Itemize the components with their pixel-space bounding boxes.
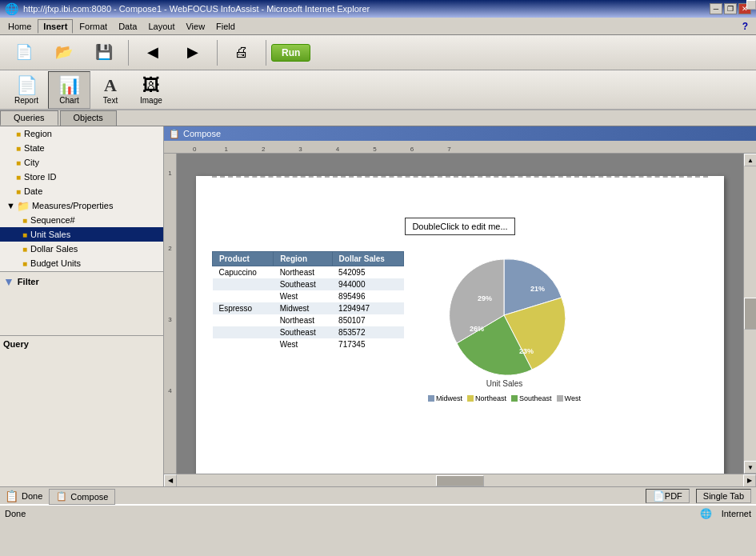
cell-sales-5: 853572 <box>332 326 403 338</box>
menu-format[interactable]: Format <box>74 20 112 33</box>
cell-region-4: Northeast <box>274 314 332 326</box>
forward-icon: ▶ <box>187 43 198 61</box>
tab-objects[interactable]: Objects <box>60 110 117 126</box>
pdf-icon: 📄 <box>653 490 665 502</box>
text-label: Text <box>103 96 118 105</box>
text-icon: A <box>104 75 117 96</box>
image-label: Image <box>140 96 162 105</box>
ruler-left: 1 2 3 4 <box>164 154 177 474</box>
menu-home[interactable]: Home <box>3 20 36 33</box>
field-label-sequence: Sequence# <box>30 215 75 225</box>
left-panel: ■ Region ■ State ■ City ■ Store ID ■ Dat… <box>0 126 164 486</box>
toolbar-save[interactable]: 💾 <box>85 40 123 65</box>
ie-zone-icon: 🌐 <box>700 508 712 519</box>
app-status-bar: 📋 Done 📋 Compose 📄 PDF Single Tab <box>0 486 756 504</box>
legend-label-northeast: Northeast <box>475 394 506 402</box>
minimize-button[interactable]: ─ <box>710 3 722 14</box>
menu-layout[interactable]: Layout <box>143 20 179 33</box>
menu-view[interactable]: View <box>181 20 210 33</box>
legend-label-midwest: Midwest <box>436 394 462 402</box>
tree-item-dollar-sales[interactable]: ■ Dollar Sales <box>0 242 163 256</box>
legend-color-west <box>557 395 563 402</box>
cell-region-3: Midwest <box>274 302 332 314</box>
status-text: Done <box>22 491 42 501</box>
insert-chart-btn[interactable]: 📊 Chart <box>48 71 90 109</box>
field-label-dollar-sales: Dollar Sales <box>30 244 78 254</box>
toolbar-run[interactable]: Run <box>271 44 310 62</box>
table-row: West 717345 <box>213 338 404 350</box>
compose-icon: 📋 <box>169 129 180 139</box>
canvas-scroll[interactable]: DoubleClick to edit me... Product Region… <box>177 154 743 474</box>
legend-northeast: Northeast <box>467 394 506 402</box>
single-tab-section[interactable]: Single Tab <box>696 489 751 503</box>
col-header-product: Product <box>213 252 274 266</box>
field-label-budget-units: Budget Units <box>30 258 81 268</box>
table-row: Southeast 944000 <box>213 278 404 290</box>
save-icon: 💾 <box>95 43 113 61</box>
text-edit-box[interactable]: DoubleClick to edit me... <box>405 218 514 235</box>
vertical-scrollbar[interactable]: ▲ ▼ <box>743 154 756 474</box>
menu-insert[interactable]: Insert <box>38 19 73 34</box>
print-icon: 🖨 <box>234 44 249 61</box>
tree-folder-measures[interactable]: ▼ 📁 Measures/Properties <box>0 198 163 213</box>
field-tree: ■ Region ■ State ■ City ■ Store ID ■ Dat… <box>0 126 163 271</box>
tab-queries[interactable]: Queries <box>0 110 58 126</box>
cell-region-6: West <box>274 338 332 350</box>
restore-button[interactable]: ❐ <box>724 3 737 14</box>
data-table: Product Region Dollar Sales Capuccino No… <box>212 251 404 350</box>
tree-item-region[interactable]: ■ Region <box>0 126 163 141</box>
field-icon-unit-sales: ■ <box>22 230 27 239</box>
tree-item-state[interactable]: ■ State <box>0 141 163 155</box>
toolbar-back[interactable]: ◀ <box>134 40 172 65</box>
insert-report-btn[interactable]: 📄 Report <box>5 72 48 108</box>
legend-label-west: West <box>565 394 581 402</box>
folder-icon-img: 📁 <box>17 200 30 212</box>
toolbar-sep1 <box>128 40 129 66</box>
tree-item-date[interactable]: ■ Date <box>0 184 163 198</box>
toolbar-forward[interactable]: ▶ <box>174 40 212 65</box>
tree-item-sequence[interactable]: ■ Sequence# <box>0 213 163 227</box>
field-icon-dollar-sales: ■ <box>22 245 27 254</box>
svg-text:21%: 21% <box>530 285 545 293</box>
measures-label: Measures/Properties <box>32 201 114 210</box>
table-row: Southeast 853572 <box>213 326 404 338</box>
filter-section: ▼ Filter <box>0 271 163 335</box>
cell-sales-3: 1294947 <box>332 302 403 314</box>
cell-sales-0: 542095 <box>332 266 403 279</box>
field-label-unit-sales: Unit Sales <box>30 230 70 239</box>
toolbar-print[interactable]: 🖨 <box>222 41 261 65</box>
compose-tab-label: Compose <box>70 492 108 502</box>
field-label-city: City <box>24 158 39 167</box>
tree-item-unit-sales[interactable]: ■ Unit Sales <box>0 227 163 242</box>
cell-product-1 <box>213 278 274 290</box>
menu-field[interactable]: Field <box>211 20 240 33</box>
open-icon: 📂 <box>55 43 73 61</box>
tree-item-city[interactable]: ■ City <box>0 155 163 170</box>
cell-sales-2: 895496 <box>332 290 403 302</box>
cell-sales-6: 717345 <box>332 338 403 350</box>
legend-color-southeast <box>511 395 518 402</box>
pdf-section[interactable]: 📄 PDF <box>646 489 690 503</box>
chart-title: Unit Sales <box>486 379 523 388</box>
cell-region-1: Southeast <box>274 278 332 290</box>
menu-data[interactable]: Data <box>114 20 142 33</box>
insert-image-btn[interactable]: 🖼 Image <box>130 72 172 108</box>
compose-tab[interactable]: 📋 Compose <box>49 489 115 505</box>
legend-west: West <box>557 394 581 402</box>
toolbar-open[interactable]: 📂 <box>45 40 83 65</box>
tree-item-store-id[interactable]: ■ Store ID <box>0 170 163 184</box>
ie-status-bar: Done 🌐 Internet <box>0 504 756 522</box>
toolbar: 📄 📂 💾 ◀ ▶ 🖨 Run <box>0 35 756 70</box>
status-left-area: 📋 Done <box>5 490 42 502</box>
tree-item-budget-units[interactable]: ■ Budget Units <box>0 256 163 270</box>
field-label-region: Region <box>24 129 52 138</box>
horizontal-scrollbar[interactable]: ◀ ▶ <box>164 474 756 486</box>
chart-icon: 📊 <box>58 75 80 96</box>
content-area: 📋 Compose 0 1 2 3 4 5 6 7 1 2 <box>164 126 756 486</box>
cell-product-0: Capuccino <box>213 266 274 279</box>
toolbar-new[interactable]: 📄 <box>5 40 43 65</box>
image-icon: 🖼 <box>142 75 160 96</box>
help-icon[interactable]: ? <box>738 19 753 34</box>
insert-text-btn[interactable]: A Text <box>90 72 130 108</box>
title-bar: 🌐 http://jfxp.ibi.com:8080 - Compose1 - … <box>0 0 756 18</box>
